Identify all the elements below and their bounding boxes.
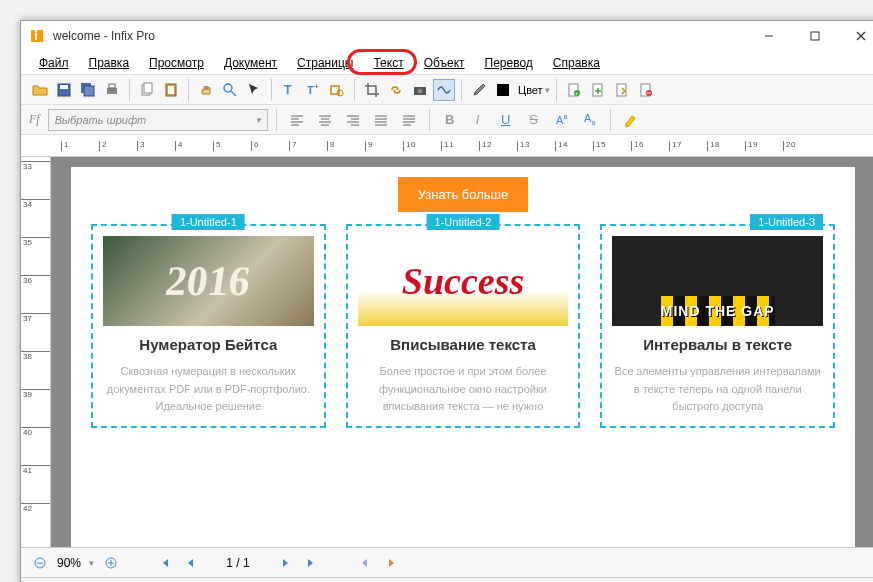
prev-page-button[interactable] <box>182 554 200 572</box>
hand-icon[interactable] <box>195 79 217 101</box>
menu-translate[interactable]: Перевод <box>477 53 541 73</box>
block-desc: Более простое и при этом более функциона… <box>358 363 569 416</box>
align-center-icon[interactable] <box>313 109 337 131</box>
titlebar: welcome - Infix Pro <box>21 21 873 51</box>
italic-button[interactable]: I <box>466 109 490 131</box>
zoom-in-button[interactable] <box>102 554 120 572</box>
link-icon[interactable] <box>385 79 407 101</box>
svg-point-2 <box>35 30 38 33</box>
page-add-icon[interactable]: + <box>563 79 585 101</box>
block-title: Нумератор Бейтса <box>103 336 314 353</box>
svg-rect-26 <box>497 84 509 96</box>
page-extract-icon[interactable] <box>611 79 633 101</box>
toolbar-main: T T+ Цвет ▾ + <box>21 75 873 105</box>
svg-text:T: T <box>284 83 292 97</box>
maximize-button[interactable] <box>792 21 838 51</box>
learn-more-button[interactable]: Узнать больше <box>398 177 528 212</box>
text-plus-icon[interactable]: T+ <box>302 79 324 101</box>
zoom-icon[interactable] <box>219 79 241 101</box>
svg-rect-14 <box>144 83 152 93</box>
svg-rect-16 <box>168 86 174 94</box>
svg-point-25 <box>418 88 423 93</box>
menu-view[interactable]: Просмотр <box>141 53 212 73</box>
svg-point-23 <box>337 90 343 96</box>
block-desc: Сквозная нумерация в нескольких документ… <box>103 363 314 416</box>
page-delete-icon[interactable] <box>635 79 657 101</box>
pointer-icon[interactable] <box>243 79 265 101</box>
svg-rect-8 <box>60 85 68 89</box>
align-right-icon[interactable] <box>341 109 365 131</box>
page-number[interactable]: 1 / 1 <box>208 556 268 570</box>
svg-line-18 <box>231 91 236 96</box>
menu-pages[interactable]: Страницы <box>289 53 361 73</box>
align-full-icon[interactable] <box>397 109 421 131</box>
font-select[interactable]: Выбрать шрифт ▾ <box>48 109 268 131</box>
block-label: 1-Untitled-2 <box>427 214 500 230</box>
save-all-icon[interactable] <box>77 79 99 101</box>
svg-rect-12 <box>109 84 115 88</box>
crop-icon[interactable] <box>361 79 383 101</box>
page-insert-icon[interactable] <box>587 79 609 101</box>
svg-rect-10 <box>84 86 94 96</box>
block-title: Интервалы в тексте <box>612 336 823 353</box>
image-mindthegap: MIND THE GAP <box>612 236 823 326</box>
zoom-value: 90% <box>57 556 81 570</box>
text-block-2[interactable]: 1-Untitled-2 Success Вписывание текста Б… <box>346 224 581 428</box>
superscript-button[interactable]: Aa <box>550 109 574 131</box>
first-page-button[interactable] <box>156 554 174 572</box>
text-block-3[interactable]: 1-Untitled-3 MIND THE GAP Интервалы в те… <box>600 224 835 428</box>
next-view-button[interactable] <box>382 554 400 572</box>
camera-icon[interactable] <box>409 79 431 101</box>
strikethrough-button[interactable]: S <box>522 109 546 131</box>
svg-rect-11 <box>107 88 117 94</box>
print-icon[interactable] <box>101 79 123 101</box>
workspace: 33343536373839404142 Узнать больше 1-Unt… <box>21 157 873 547</box>
last-page-button[interactable] <box>302 554 320 572</box>
bold-button[interactable]: B <box>438 109 462 131</box>
save-icon[interactable] <box>53 79 75 101</box>
sine-icon[interactable] <box>433 79 455 101</box>
object-tool-icon[interactable] <box>326 79 348 101</box>
eyedropper-icon[interactable] <box>468 79 490 101</box>
text-block-1[interactable]: 1-Untitled-1 2016 Нумератор Бейтса Сквоз… <box>91 224 326 428</box>
menu-help[interactable]: Справка <box>545 53 608 73</box>
text-tool-icon[interactable]: T <box>278 79 300 101</box>
text-highlight-icon[interactable] <box>619 109 643 131</box>
next-page-button[interactable] <box>276 554 294 572</box>
prev-view-button[interactable] <box>356 554 374 572</box>
close-button[interactable] <box>838 21 873 51</box>
align-justify-icon[interactable] <box>369 109 393 131</box>
menubar: Файл Правка Просмотр Документ Страницы Т… <box>21 51 873 75</box>
canvas[interactable]: Узнать больше 1-Untitled-1 2016 Нумерато… <box>51 157 873 547</box>
menu-text[interactable]: Текст <box>365 53 411 73</box>
zoom-out-button[interactable] <box>31 554 49 572</box>
underline-button[interactable]: U <box>494 109 518 131</box>
app-window: welcome - Infix Pro Файл Правка Просмотр… <box>20 20 873 582</box>
image-2016: 2016 <box>103 236 314 326</box>
ruler-vertical: 33343536373839404142 <box>21 157 51 547</box>
subscript-button[interactable]: Aa <box>578 109 602 131</box>
paste-icon[interactable] <box>160 79 182 101</box>
menu-file[interactable]: Файл <box>31 53 77 73</box>
menu-edit[interactable]: Правка <box>81 53 138 73</box>
menu-document[interactable]: Документ <box>216 53 285 73</box>
app-icon <box>29 28 45 44</box>
menu-object[interactable]: Объект <box>416 53 473 73</box>
minimize-button[interactable] <box>746 21 792 51</box>
block-label: 1-Untitled-1 <box>172 214 245 230</box>
window-title: welcome - Infix Pro <box>53 29 746 43</box>
open-icon[interactable] <box>29 79 51 101</box>
block-desc: Все элементы управления интервалами в те… <box>612 363 823 416</box>
image-success: Success <box>358 236 569 326</box>
svg-text:T: T <box>307 84 314 96</box>
copy-icon[interactable] <box>136 79 158 101</box>
color-label: Цвет <box>518 84 543 96</box>
svg-rect-1 <box>35 33 37 40</box>
svg-point-17 <box>224 84 232 92</box>
svg-rect-4 <box>811 32 819 40</box>
block-title: Вписывание текста <box>358 336 569 353</box>
align-left-icon[interactable] <box>285 109 309 131</box>
color-swatch[interactable] <box>492 79 514 101</box>
svg-text:+: + <box>575 90 579 96</box>
ruler-horizontal: 1234567891011121314151617181920 <box>21 135 873 157</box>
